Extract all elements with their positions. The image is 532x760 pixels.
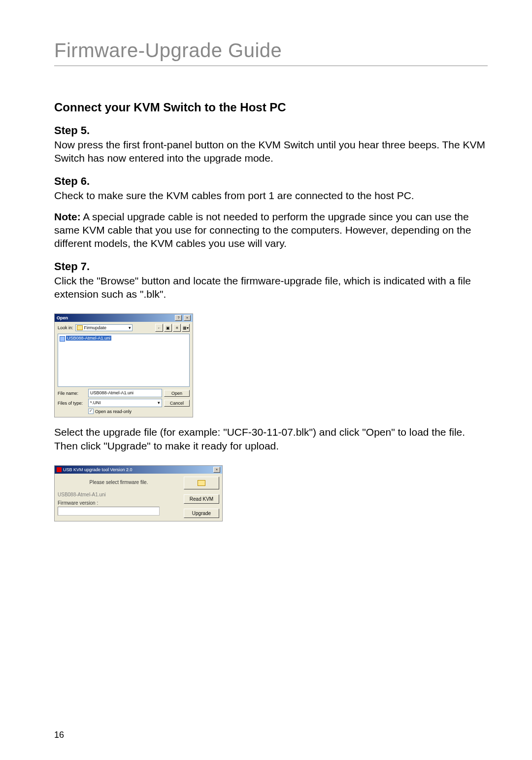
tool-title: USB KVM upgrade tool Version 2.0 xyxy=(63,467,133,472)
step7-after: Select the upgrade file (for example: "U… xyxy=(54,425,488,452)
open-dialog-title: Open xyxy=(57,315,68,320)
step6-body: Check to make sure the KVM cables from p… xyxy=(54,189,488,202)
chevron-down-icon: ▾ xyxy=(129,325,131,330)
step5-body: Now press the first front-panel button o… xyxy=(54,138,488,165)
firmware-version-field xyxy=(58,507,160,516)
readonly-checkbox[interactable]: ✓ xyxy=(88,409,94,414)
back-icon[interactable]: ← xyxy=(155,324,163,332)
step7-heading: Step 7. xyxy=(54,260,488,273)
readonly-label: Open as read-only xyxy=(95,409,132,414)
help-icon[interactable]: ? xyxy=(175,315,182,321)
page-number: 16 xyxy=(54,730,64,740)
step5-heading: Step 5. xyxy=(54,124,488,137)
page-title: Firmware-Upgrade Guide xyxy=(54,39,488,66)
new-folder-icon[interactable]: ✳ xyxy=(173,324,181,332)
files-of-type-dropdown[interactable]: *.UNI▾ xyxy=(88,399,162,407)
close-icon[interactable]: × xyxy=(184,315,191,321)
firmware-version-label: Firmware version : xyxy=(58,500,180,506)
folder-icon xyxy=(77,325,83,330)
read-kvm-button[interactable]: Read KVM xyxy=(184,494,219,504)
folder-icon xyxy=(198,480,205,486)
tool-prompt: Please select firmware file. xyxy=(58,480,180,485)
open-dialog: Open ? × Look in: Firmupdate ▾ ← ▣ ✳ ▦▾ … xyxy=(54,313,193,417)
browse-button[interactable] xyxy=(184,477,219,489)
view-menu-icon[interactable]: ▦▾ xyxy=(182,324,190,332)
file-name-value: USB088-Atmel-A1.uni xyxy=(90,390,133,396)
files-of-type-label: Files of type: xyxy=(58,401,86,406)
file-list[interactable]: USB088-Atmel-A1.uni xyxy=(58,334,190,387)
open-dialog-titlebar: Open ? × xyxy=(55,314,193,322)
look-in-label: Look in: xyxy=(58,325,73,330)
file-icon xyxy=(60,336,65,342)
step6-heading: Step 6. xyxy=(54,175,488,188)
tool-selected-file: USB088-Atmel-A1.uni xyxy=(58,492,180,497)
cancel-button[interactable]: Cancel xyxy=(164,400,190,407)
open-button[interactable]: Open xyxy=(164,390,190,397)
chevron-down-icon: ▾ xyxy=(158,400,160,406)
step7-body: Click the "Browse" button and locate the… xyxy=(54,274,488,301)
tool-titlebar: USB KVM upgrade tool Version 2.0 × xyxy=(55,466,222,474)
look-in-dropdown[interactable]: Firmupdate ▾ xyxy=(75,324,133,331)
upgrade-tool-dialog: USB KVM upgrade tool Version 2.0 × Pleas… xyxy=(54,465,223,521)
file-name-label: File name: xyxy=(58,391,86,396)
file-name-input[interactable]: USB088-Atmel-A1.uni xyxy=(88,389,162,397)
upgrade-button[interactable]: Upgrade xyxy=(184,509,219,518)
up-folder-icon[interactable]: ▣ xyxy=(164,324,172,332)
files-of-type-value: *.UNI xyxy=(90,400,101,406)
close-icon[interactable]: × xyxy=(213,467,220,473)
look-in-value: Firmupdate xyxy=(84,325,107,330)
note-label: Note: xyxy=(54,211,81,222)
app-icon xyxy=(57,467,62,472)
note-body: A special upgrade cable is not needed to… xyxy=(54,211,471,249)
file-item-selected[interactable]: USB088-Atmel-A1.uni xyxy=(66,336,111,341)
step6-note: Note: A special upgrade cable is not nee… xyxy=(54,210,488,250)
section-heading: Connect your KVM Switch to the Host PC xyxy=(54,101,488,114)
